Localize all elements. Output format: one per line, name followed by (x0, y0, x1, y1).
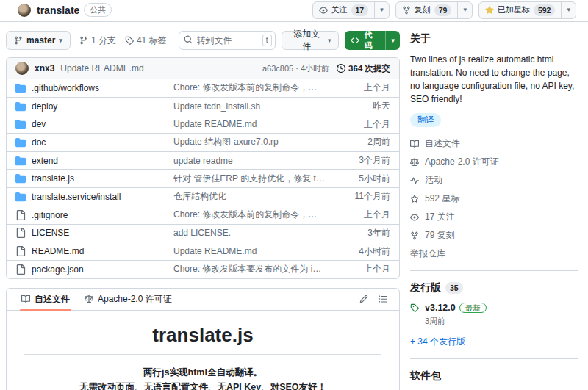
table-row[interactable]: LICENSE add LICENSE. 3年前 (7, 224, 399, 242)
search-icon (184, 35, 193, 44)
topic-tag[interactable]: 翻译 (410, 113, 441, 127)
table-row[interactable]: extend update readme 3个月前 (7, 151, 399, 170)
more-releases-link[interactable]: + 34 个发行版 (410, 336, 465, 348)
file-commit-message[interactable]: Chore: 修改发版本前的复制命令，避免文件名重复 (173, 209, 333, 221)
code-button[interactable]: 代码 ▾ (345, 31, 400, 50)
sidebar-item-readme[interactable]: 自述文件 (410, 134, 578, 153)
table-row[interactable]: translate.js 针对 管伊佳ERP 的支持优化，修复 translat… (7, 169, 399, 187)
commit-history-link[interactable]: 364 次提交 (337, 63, 390, 74)
branch-icon (14, 36, 23, 45)
file-name[interactable]: deploy (32, 101, 57, 112)
outline-list-icon[interactable] (379, 295, 387, 303)
releases-title[interactable]: 发行版 (410, 281, 441, 295)
tab-license[interactable]: Apache-2.0 许可证 (77, 288, 179, 310)
watch-count: 17 (351, 4, 369, 16)
branch-selector[interactable]: master ▾ (6, 31, 71, 50)
table-row[interactable]: README.md Update README.md 4小时前 (7, 242, 399, 260)
release-version[interactable]: v3.12.0 (425, 303, 456, 313)
folder-icon (15, 119, 26, 129)
file-commit-message[interactable]: 针对 管伊佳ERP 的支持优化，修复 translate.selectLangu… (173, 173, 333, 185)
tag-icon (410, 303, 419, 312)
file-commit-message[interactable]: add LICENSE. (173, 228, 333, 238)
book-icon (410, 140, 419, 148)
file-commit-message[interactable]: Chore: 修改发版本前的复制命令，避免文件名重复 (173, 82, 333, 94)
table-row[interactable]: doc Update 结构图-axure7.0.rp 2周前 (7, 133, 399, 151)
release-time: 3周前 (425, 316, 487, 327)
sidebar-item-forks[interactable]: 79 复刻 (410, 226, 578, 245)
fork-icon (402, 6, 411, 15)
table-row[interactable]: translate.service/install 仓库结构优化 11个月前 (7, 187, 399, 206)
file-name[interactable]: translate.service/install (32, 192, 121, 202)
table-row[interactable]: .gitignore Chore: 修改发版本前的复制命令，避免文件名重复 上个… (7, 206, 399, 224)
repo-title[interactable]: translate (37, 4, 79, 16)
tags-label: 41 标签 (137, 35, 167, 47)
file-commit-message[interactable]: Update README.md (173, 246, 333, 256)
sidebar-item-watching[interactable]: 17 关注 (410, 208, 578, 226)
file-name[interactable]: README.md (32, 246, 84, 256)
releases-section: 发行版 35 v3.12.0最新 3周前 + 34 个发行版 (410, 281, 578, 359)
packages-title: 软件包 (410, 369, 578, 383)
latest-badge: 最新 (459, 303, 487, 313)
folder-icon (15, 137, 26, 148)
commit-author-avatar[interactable] (15, 62, 29, 75)
file-commit-message[interactable]: Update tcdn_install.sh (173, 101, 333, 112)
star-button[interactable]: 已加星标 592 ▾ (478, 1, 576, 19)
folder-icon (15, 83, 26, 93)
tab-license-label: Apache-2.0 许可证 (98, 293, 172, 306)
search-input[interactable] (179, 31, 276, 50)
file-commit-message[interactable]: Chore: 修改发版本要发布的文件为 index.js (173, 263, 333, 275)
meta-label: 592 星标 (425, 192, 459, 205)
file-commit-message[interactable]: update readme (173, 156, 333, 166)
repo-header: translate 公共 关注 17 ▾ 复刻 79 ▾ 已加星标 592 (0, 0, 588, 22)
sidebar-item-stars[interactable]: 592 星标 (410, 189, 578, 208)
table-row[interactable]: .github/workflows Chore: 修改发版本前的复制命令，避免文… (7, 79, 399, 97)
file-name[interactable]: .gitignore (32, 210, 68, 220)
table-row[interactable]: dev Update README.md 上个月 (7, 115, 399, 133)
file-commit-message[interactable]: Update 结构图-axure7.0.rp (173, 136, 333, 148)
code-dropdown[interactable]: ▾ (385, 31, 400, 50)
branches-link[interactable]: 1 分支 (79, 35, 116, 47)
branches-label: 1 分支 (91, 35, 116, 47)
file-age: 昨天 (333, 100, 390, 112)
file-name[interactable]: translate.js (32, 173, 74, 184)
repo-owner-avatar[interactable] (18, 4, 31, 17)
pencil-icon[interactable] (359, 295, 368, 303)
visibility-badge: 公共 (84, 3, 112, 17)
releases-count: 35 (445, 282, 463, 294)
packages-section: 软件包 未发布软件包 (410, 369, 578, 390)
add-file-button[interactable]: 添加文件 ▾ (282, 31, 340, 50)
file-name[interactable]: .github/workflows (32, 83, 99, 93)
fork-dropdown[interactable]: ▾ (457, 2, 472, 18)
tags-link[interactable]: 41 标签 (125, 35, 167, 47)
report-repository-link[interactable]: 举报仓库 (410, 248, 445, 260)
file-name[interactable]: doc (32, 137, 46, 148)
file-name[interactable]: extend (32, 156, 58, 166)
table-row[interactable]: package.json Chore: 修改发版本要发布的文件为 index.j… (7, 260, 399, 278)
file-icon (15, 246, 26, 256)
table-row[interactable]: deploy Update tcdn_install.sh 昨天 (7, 97, 399, 115)
file-name[interactable]: package.json (32, 264, 84, 275)
star-icon (410, 195, 419, 203)
meta-label: 自述文件 (425, 137, 460, 150)
file-name[interactable]: dev (32, 119, 46, 129)
file-age: 11个月前 (333, 190, 390, 203)
go-to-file-search[interactable]: t (179, 31, 276, 50)
file-icon (15, 264, 26, 275)
fork-button[interactable]: 复刻 79 ▾ (395, 1, 473, 19)
sidebar-item-activity[interactable]: 活动 (410, 171, 578, 189)
watch-dropdown[interactable]: ▾ (374, 2, 389, 18)
readme-panel: 自述文件 Apache-2.0 许可证 translate.js 两行js实现h… (6, 288, 400, 390)
file-age: 上个月 (333, 118, 390, 131)
sidebar-item-license[interactable]: Apache-2.0 许可证 (410, 153, 578, 171)
watch-button[interactable]: 关注 17 ▾ (312, 1, 390, 19)
file-commit-message[interactable]: Update README.md (173, 119, 333, 129)
commit-message[interactable]: Update README.md (60, 63, 143, 73)
file-name[interactable]: LICENSE (32, 228, 69, 238)
code-icon (351, 36, 359, 45)
latest-release[interactable]: v3.12.0最新 3周前 (410, 302, 578, 327)
star-dropdown[interactable]: ▾ (561, 2, 576, 18)
tab-readme[interactable]: 自述文件 (14, 288, 77, 310)
commit-sha-time[interactable]: a63c805 · 4小时前 (262, 63, 329, 74)
commit-author[interactable]: xnx3 (35, 63, 54, 73)
file-commit-message[interactable]: 仓库结构优化 (173, 190, 333, 203)
